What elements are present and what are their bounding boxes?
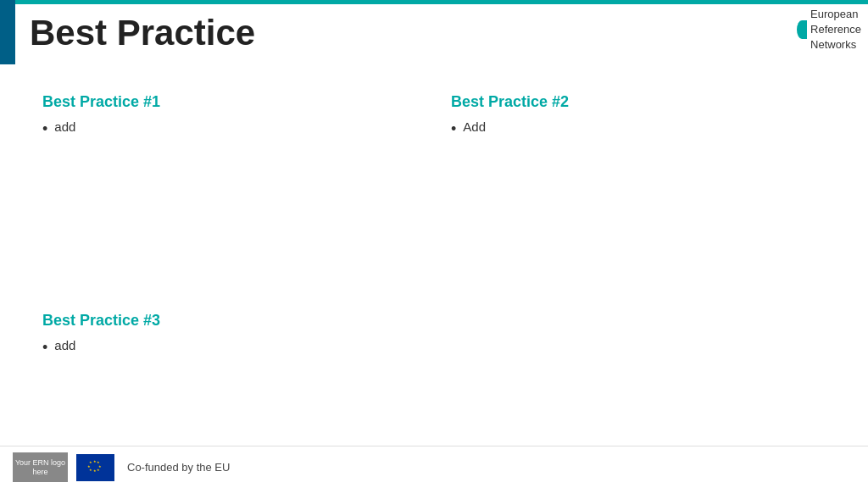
practice-section-3: Best Practice #3 • add	[34, 303, 426, 437]
practice-text-1-1: add	[54, 119, 75, 134]
ern-logo: Your ERN logo here	[13, 452, 68, 482]
left-accent-block	[0, 0, 15, 64]
teal-dot-icon	[797, 20, 807, 39]
bullet-icon: •	[42, 338, 47, 358]
practice-item-1-1: • add	[42, 119, 417, 139]
ern-icon: European Reference Networks	[797, 7, 861, 53]
practice-item-2-1: • Add	[451, 119, 826, 139]
footer: Your ERN logo here ★ ★ ★ ★ ★ ★ ★ ★ Co-fu…	[0, 446, 868, 488]
eu-flag: ★ ★ ★ ★ ★ ★ ★ ★	[76, 454, 114, 481]
svg-text:★: ★	[92, 469, 96, 473]
eu-flag-svg: ★ ★ ★ ★ ★ ★ ★ ★	[81, 458, 110, 478]
top-bar	[0, 0, 868, 4]
bullet-icon: •	[451, 119, 456, 139]
svg-text:★: ★	[89, 468, 92, 471]
practice-section-2: Best Practice #2 • Add	[442, 85, 834, 219]
practice-title-2: Best Practice #2	[451, 93, 826, 111]
ern-logo-text: Your ERN logo here	[13, 458, 68, 477]
ern-text: European Reference Networks	[810, 7, 861, 53]
cofunded-text: Co-funded by the EU	[127, 461, 230, 474]
ern-line3: Networks	[810, 38, 856, 51]
ern-line1: European	[810, 8, 858, 20]
page-title: Best Practice	[30, 13, 255, 53]
svg-text:★: ★	[89, 461, 92, 464]
bullet-icon: •	[42, 119, 47, 139]
practice-item-3-1: • add	[42, 338, 417, 358]
practice-title-1: Best Practice #1	[42, 93, 417, 111]
ern-line2: Reference	[810, 23, 861, 36]
header-right: European Reference Networks	[797, 7, 861, 53]
svg-text:★: ★	[96, 468, 99, 471]
practice-text-3-1: add	[54, 338, 75, 352]
practice-text-2-1: Add	[463, 119, 486, 134]
main-content: Best Practice #1 • add Best Practice #2 …	[0, 76, 868, 446]
svg-text:★: ★	[87, 464, 91, 468]
practice-title-3: Best Practice #3	[42, 312, 417, 330]
practice-section-1: Best Practice #1 • add	[34, 85, 426, 219]
